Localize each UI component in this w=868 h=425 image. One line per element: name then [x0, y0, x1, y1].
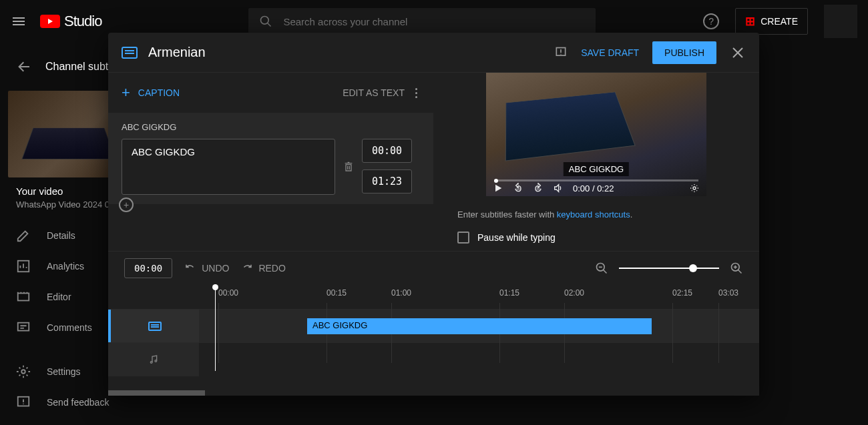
timeline-toolbar: 00:00 UNDO REDO: [108, 251, 759, 284]
nav-label: Comments: [47, 322, 92, 333]
add-caption-below-button[interactable]: +: [119, 197, 134, 212]
zoom-thumb[interactable]: [689, 264, 697, 272]
menu-icon[interactable]: [11, 13, 27, 29]
entry-preview-label: ABC GIGKDG: [122, 122, 420, 132]
nav-label: Settings: [47, 366, 81, 377]
svg-line-17: [738, 270, 742, 273]
svg-text:10: 10: [536, 187, 540, 191]
gear-icon: [16, 364, 31, 379]
zoom-slider[interactable]: [619, 268, 719, 269]
nav-label: Editor: [47, 292, 71, 302]
page-title: Channel subti: [45, 61, 111, 73]
svg-point-0: [261, 17, 269, 25]
more-menu-icon[interactable]: [413, 85, 420, 101]
nav-label: Details: [47, 230, 75, 241]
timeline-scrollbar[interactable]: [108, 390, 205, 396]
audio-track: [108, 343, 759, 376]
redo-button[interactable]: REDO: [241, 262, 285, 274]
svg-point-5: [21, 370, 25, 374]
search-box[interactable]: [248, 8, 596, 35]
close-icon[interactable]: [730, 45, 746, 61]
save-draft-button[interactable]: SAVE DRAFT: [581, 47, 639, 58]
nav-label: Send feedback: [47, 397, 109, 408]
caption-clip[interactable]: ABC GIGKDG: [307, 318, 652, 334]
comments-icon: [16, 320, 31, 335]
delete-icon[interactable]: [343, 161, 354, 173]
nav-label: Analytics: [47, 261, 84, 272]
forward-10-icon[interactable]: 10: [533, 183, 544, 193]
undo-button[interactable]: UNDO: [184, 262, 229, 274]
video-player[interactable]: ABC GIGKDG 10 10 0:00 / 0:22: [486, 73, 706, 196]
pause-checkbox[interactable]: [457, 232, 469, 244]
svg-text:10: 10: [516, 187, 520, 191]
create-plus-icon: ⊞: [745, 14, 755, 29]
edit-as-text-button[interactable]: EDIT AS TEXT: [343, 87, 405, 98]
svg-rect-3: [18, 294, 29, 301]
svg-line-13: [604, 270, 607, 273]
create-button[interactable]: ⊞ CREATE: [735, 8, 808, 35]
timeline-ruler: 00:00 00:15 01:00 01:15 02:00 02:15 03:0…: [108, 284, 759, 310]
player-time: 0:00 / 0:22: [573, 183, 614, 193]
add-caption-button[interactable]: + CAPTION: [122, 84, 180, 101]
cc-small-icon: [148, 322, 162, 331]
modal-header: Armenian SAVE DRAFT PUBLISH: [108, 33, 759, 73]
audio-track-header[interactable]: [108, 343, 199, 376]
brand-text: Studio: [64, 13, 101, 30]
analytics-icon: [16, 259, 31, 274]
redo-icon: [241, 262, 253, 274]
svg-point-18: [150, 362, 152, 364]
pencil-icon: [16, 228, 31, 243]
help-icon[interactable]: ?: [703, 13, 719, 29]
report-icon[interactable]: [554, 46, 568, 59]
volume-icon[interactable]: [553, 183, 564, 193]
plus-icon: +: [122, 84, 130, 101]
back-arrow-icon: [16, 59, 32, 75]
cc-icon: [122, 47, 138, 59]
svg-point-10: [693, 187, 696, 189]
avatar[interactable]: [824, 5, 857, 38]
search-input[interactable]: [283, 16, 585, 27]
search-icon: [259, 15, 272, 28]
undo-icon: [184, 262, 196, 274]
timeline[interactable]: 00:00 00:15 01:00 01:15 02:00 02:15 03:0…: [108, 284, 759, 396]
caption-label: CAPTION: [138, 87, 180, 98]
svg-rect-4: [18, 323, 29, 331]
timeline-tick: 02:15: [672, 288, 692, 298]
editor-icon: [16, 290, 31, 304]
timeline-tick: 03:03: [718, 288, 738, 298]
timeline-tick: 00:15: [327, 288, 347, 298]
start-time-input[interactable]: 00:00: [362, 139, 412, 163]
subtitle-editor-modal: Armenian SAVE DRAFT PUBLISH + CAPTION ED…: [108, 33, 759, 396]
caption-text-input[interactable]: [122, 139, 335, 195]
caption-track-header[interactable]: [108, 310, 199, 342]
captions-pane: + CAPTION EDIT AS TEXT ABC GIGKDG 00:00 …: [108, 73, 433, 251]
zoom-out-icon[interactable]: [595, 262, 608, 275]
svg-point-19: [155, 360, 157, 362]
caption-entry: ABC GIGKDG 00:00 01:23 +: [108, 113, 433, 204]
caption-overlay: ABC GIGKDG: [564, 162, 629, 176]
caption-track: ABC GIGKDG: [108, 310, 759, 343]
pause-while-typing-row: Pause while typing: [457, 232, 735, 244]
publish-button[interactable]: PUBLISH: [652, 41, 716, 64]
playhead-time-input[interactable]: 00:00: [124, 258, 172, 278]
svg-line-1: [268, 23, 271, 27]
preview-pane: ABC GIGKDG 10 10 0:00 / 0:22 Enter subti…: [433, 73, 759, 251]
timeline-tick: 01:00: [391, 288, 411, 298]
shortcuts-tip: Enter subtitles faster with keyboard sho…: [457, 209, 735, 220]
timeline-tick: 01:15: [499, 288, 519, 298]
zoom-in-icon[interactable]: [730, 262, 743, 275]
music-icon: [148, 354, 159, 366]
player-settings-icon[interactable]: [689, 183, 700, 193]
shortcuts-link[interactable]: keyboard shortcuts: [557, 209, 630, 220]
timeline-tick: 00:00: [218, 288, 238, 298]
player-controls: 10 10 0:00 / 0:22: [486, 180, 706, 196]
pause-label: Pause while typing: [477, 232, 556, 243]
play-icon[interactable]: [493, 183, 503, 193]
rewind-10-icon[interactable]: 10: [513, 183, 523, 193]
create-label: CREATE: [761, 16, 798, 27]
modal-title: Armenian: [148, 45, 206, 60]
studio-logo[interactable]: Studio: [40, 13, 101, 30]
end-time-input[interactable]: 01:23: [362, 169, 412, 193]
feedback-icon: [16, 395, 31, 410]
youtube-icon: [40, 15, 60, 28]
